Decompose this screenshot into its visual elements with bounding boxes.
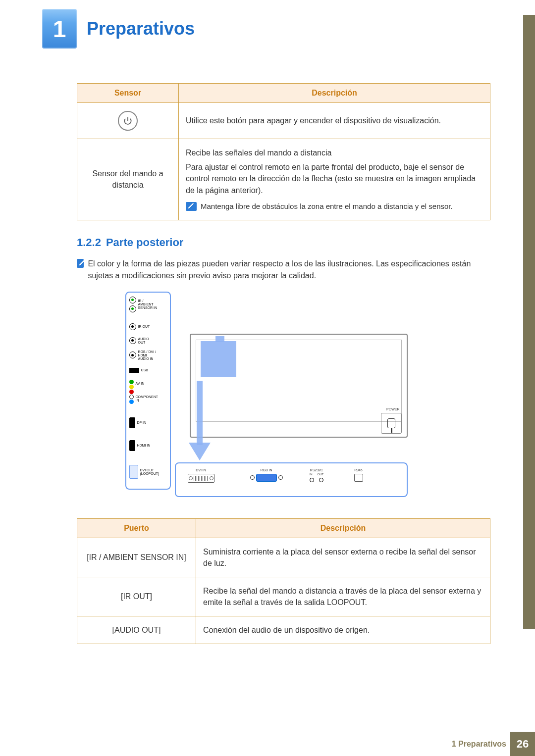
sensor-table: Sensor Descripción Utilice este botón pa… bbox=[77, 83, 490, 220]
port-label: RGB IN bbox=[250, 468, 283, 472]
av-in-icon bbox=[129, 380, 134, 404]
side-color-bar bbox=[523, 15, 535, 629]
jack-icon bbox=[129, 352, 136, 358]
screw-icon bbox=[278, 475, 283, 480]
th-port: Puerto bbox=[77, 518, 196, 538]
jack-icon bbox=[129, 297, 136, 303]
table-row: [IR / AMBIENT SENSOR IN] Suministra corr… bbox=[77, 538, 490, 577]
cell-desc: Suministra corriente a la placa del sens… bbox=[196, 538, 490, 577]
jack-icon bbox=[129, 323, 136, 330]
chapter-header: 1 Preparativos bbox=[42, 9, 535, 49]
jack-icon bbox=[129, 337, 136, 344]
port-label: AUDIO OUT bbox=[138, 337, 149, 344]
table-row: [IR OUT] Recibe la señal del mando a dis… bbox=[77, 577, 490, 616]
port-sublabel: IN bbox=[310, 473, 313, 476]
cell-port: [IR OUT] bbox=[77, 577, 196, 616]
section-title: Parte posterior bbox=[106, 236, 184, 249]
port-label: USB bbox=[141, 368, 148, 372]
note-icon bbox=[77, 259, 84, 268]
hdmi-port-icon bbox=[129, 440, 135, 451]
vga-port-icon bbox=[256, 474, 277, 482]
port-label: IR / AMBIENT SENSOR IN bbox=[138, 299, 158, 309]
rear-panel-diagram: IR / AMBIENT SENSOR IN IR OUT AUDIO OUT … bbox=[125, 292, 442, 504]
callout-highlight bbox=[201, 341, 236, 377]
dvi-port-icon bbox=[188, 474, 214, 483]
jack-icon bbox=[319, 478, 323, 482]
table-row: Sensor del mando a distancia Recibe las … bbox=[77, 139, 490, 220]
cell-p1: Recibe las señales del mando a distancia bbox=[186, 147, 483, 158]
port-label: RJ45 bbox=[354, 468, 363, 472]
callout-arrow bbox=[189, 443, 211, 460]
port-label: DP IN bbox=[137, 421, 147, 424]
chapter-number-badge: 1 bbox=[42, 9, 77, 49]
port-label: COMPONENT IN bbox=[136, 395, 159, 402]
port-sublabel: OUT bbox=[318, 473, 324, 476]
table-row: [AUDIO OUT] Conexión del audio de un dis… bbox=[77, 616, 490, 644]
cell-note: Mantenga libre de obstáculos la zona ent… bbox=[201, 201, 483, 212]
power-label: POWER bbox=[386, 407, 399, 411]
power-port-icon bbox=[381, 413, 402, 434]
port-label: IR OUT bbox=[138, 325, 150, 328]
port-label: HDMI IN bbox=[137, 444, 151, 447]
cell-desc: Conexión del audio de un dispositivo de … bbox=[196, 616, 490, 644]
cell-desc: Recibe la señal del mando a distancia a … bbox=[196, 577, 490, 616]
th-sensor: Sensor bbox=[77, 84, 179, 103]
cell-p2: Para ajustar el control remoto en la par… bbox=[186, 161, 483, 196]
table-row: Utilice este botón para apagar y encende… bbox=[77, 103, 490, 139]
bottom-port-panel: DVI IN RGB IN RS232C IN OUT bbox=[175, 462, 408, 497]
jack-icon bbox=[310, 478, 314, 482]
port-label: RS232C bbox=[310, 468, 324, 472]
cell-sensor-label: Sensor del mando a distancia bbox=[77, 139, 179, 220]
dp-port-icon bbox=[129, 417, 135, 428]
callout-arrow bbox=[197, 381, 203, 445]
port-label: RGB / DVI / HDMI AUDIO IN bbox=[138, 350, 157, 360]
chapter-title: Preparativos bbox=[87, 18, 195, 39]
screw-icon bbox=[250, 475, 255, 480]
port-table: Puerto Descripción [IR / AMBIENT SENSOR … bbox=[77, 518, 490, 645]
th-desc: Descripción bbox=[179, 84, 490, 103]
th-desc: Descripción bbox=[196, 518, 490, 538]
cell-desc: Utilice este botón para apagar y encende… bbox=[179, 103, 490, 139]
jack-icon bbox=[129, 305, 136, 312]
port-label: DVI IN bbox=[188, 468, 214, 472]
note-icon bbox=[186, 202, 197, 211]
section-heading: 1.2.2Parte posterior bbox=[77, 236, 490, 249]
left-port-panel: IR / AMBIENT SENSOR IN IR OUT AUDIO OUT … bbox=[125, 292, 171, 490]
usb-port-icon bbox=[129, 368, 139, 373]
cell-port: [AUDIO OUT] bbox=[77, 616, 196, 644]
cell-port: [IR / AMBIENT SENSOR IN] bbox=[77, 538, 196, 577]
rj45-port-icon bbox=[354, 474, 363, 482]
section-number: 1.2.2 bbox=[77, 236, 101, 249]
power-icon bbox=[118, 111, 138, 131]
intro-note-text: El color y la forma de las piezas pueden… bbox=[88, 258, 490, 282]
port-label: DVI OUT (LOOPOUT) bbox=[140, 468, 160, 475]
port-label: AV IN bbox=[136, 382, 159, 385]
dvi-port-icon bbox=[129, 465, 138, 479]
